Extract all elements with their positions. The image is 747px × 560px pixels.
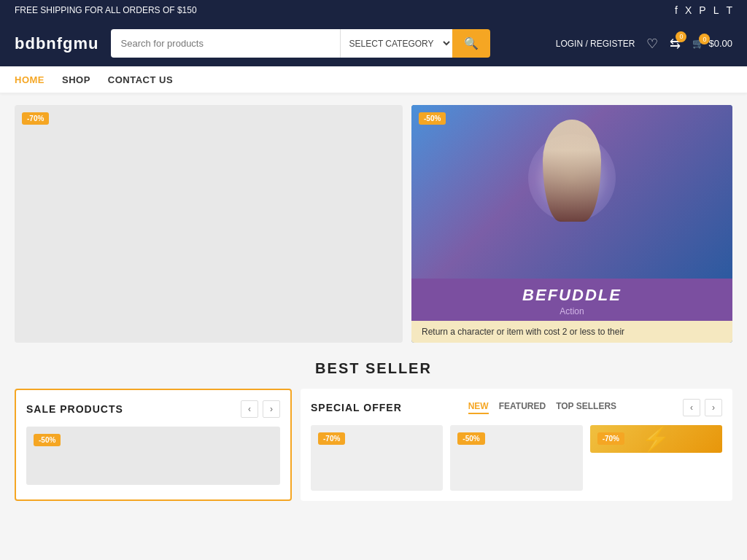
offer-product-3-badge: -70% [597, 432, 624, 445]
best-seller-title: BEST SELLER [15, 360, 732, 377]
cart-amount: $0.00 [708, 38, 732, 49]
offer-product-2[interactable]: -50% [450, 425, 582, 491]
offer-nav: ‹ › [683, 399, 722, 416]
nav-bar: HOME SHOP CONTACT US [0, 66, 747, 93]
pinterest-icon[interactable]: P [699, 4, 705, 16]
nav-item-contact[interactable]: CONTACT US [108, 74, 173, 85]
special-offer-panel: SPECIAL OFFER NEW FEATURED TOP SELLERS ‹… [301, 389, 732, 501]
offer-tab-top-sellers[interactable]: TOP SELLERS [556, 401, 616, 414]
offer-next-button[interactable]: › [705, 399, 722, 416]
search-input[interactable] [111, 29, 340, 58]
nav-menu: HOME SHOP CONTACT US [15, 74, 732, 85]
twitter-x-icon[interactable]: X [685, 4, 692, 16]
header-actions: LOGIN / REGISTER ♡ ⇆ 0 🛒 0 $0.00 [556, 36, 732, 52]
header: bdbnfgmu SELECT CATEGORY 🔍 LOGIN / REGIS… [0, 20, 747, 66]
befuddle-card: BEFUDDLE Action Return a character or it… [411, 105, 732, 343]
offer-tab-new[interactable]: NEW [468, 401, 489, 414]
search-button[interactable]: 🔍 [452, 29, 490, 58]
facebook-icon[interactable]: f [675, 4, 678, 16]
sale-products-title: SALE PRODUCTS [26, 403, 123, 415]
nav-item-shop[interactable]: SHOP [62, 74, 90, 85]
offer-tabs: NEW FEATURED TOP SELLERS [468, 401, 616, 414]
befuddle-title: BEFUDDLE [422, 286, 722, 305]
hero-right-discount-badge: -50% [419, 112, 446, 125]
special-offer-header: SPECIAL OFFER NEW FEATURED TOP SELLERS ‹… [311, 399, 722, 416]
linkedin-icon[interactable]: L [713, 4, 719, 16]
special-offer-title: SPECIAL OFFER [311, 402, 402, 413]
offer-product-2-badge: -50% [457, 432, 484, 445]
telegram-icon[interactable]: T [726, 4, 732, 16]
heart-icon: ♡ [646, 36, 658, 51]
announcement-bar: FREE SHIPPING FOR ALL ORDERS OF $150 f X… [0, 0, 747, 20]
sale-prev-button[interactable]: ‹ [241, 400, 258, 418]
nav-link-shop[interactable]: SHOP [62, 74, 90, 85]
search-icon: 🔍 [464, 37, 479, 50]
offer-product-3[interactable]: -70% [590, 425, 722, 453]
nav-link-contact[interactable]: CONTACT US [108, 74, 173, 85]
nav-link-home[interactable]: HOME [15, 74, 44, 85]
sale-product-badge: -50% [34, 434, 61, 446]
befuddle-description: Return a character or item with cost 2 o… [411, 321, 732, 343]
sale-product-image[interactable]: -50% [26, 427, 280, 485]
announcement-text: FREE SHIPPING FOR ALL ORDERS OF $150 [15, 5, 197, 15]
cart-icon: 🛒 0 [692, 38, 704, 49]
offer-product-1[interactable]: -70% [311, 425, 443, 491]
compare-badge: 0 [676, 31, 686, 42]
sale-products-header: SALE PRODUCTS ‹ › [26, 400, 280, 418]
befuddle-art [411, 105, 732, 279]
search-container: SELECT CATEGORY 🔍 [111, 29, 490, 58]
logo: bdbnfgmu [15, 34, 99, 53]
wishlist-button[interactable]: ♡ [646, 36, 658, 52]
offer-products-grid: -70% -50% -70% [311, 425, 722, 491]
hero-right-banner[interactable]: -50% BEFUDDLE Action Return a character … [411, 105, 732, 343]
main-content: -70% -50% BEFUDDLE Action Return a chara… [0, 93, 747, 513]
befuddle-figure [543, 120, 601, 222]
cart-button[interactable]: 🛒 0 $0.00 [692, 38, 732, 49]
nav-item-home[interactable]: HOME [15, 74, 44, 85]
befuddle-subtitle: Action [422, 306, 722, 316]
hero-left-discount-badge: -70% [22, 112, 49, 125]
category-select[interactable]: SELECT CATEGORY [340, 29, 452, 58]
sale-products-panel: SALE PRODUCTS ‹ › -50% [15, 389, 292, 501]
offer-prev-button[interactable]: ‹ [683, 399, 700, 416]
compare-button[interactable]: ⇆ 0 [670, 36, 681, 52]
hero-left-banner[interactable]: -70% [15, 105, 403, 343]
login-register-link[interactable]: LOGIN / REGISTER [556, 39, 635, 49]
offer-product-1-badge: -70% [318, 432, 345, 445]
befuddle-info: BEFUDDLE Action [411, 279, 732, 321]
sale-products-nav: ‹ › [241, 400, 280, 418]
sale-next-button[interactable]: › [263, 400, 280, 418]
offer-tab-featured[interactable]: FEATURED [499, 401, 546, 414]
hero-section: -70% -50% BEFUDDLE Action Return a chara… [15, 105, 732, 343]
social-icons-group: f X P L T [675, 4, 732, 16]
bottom-grid: SALE PRODUCTS ‹ › -50% SPECIAL OFFER NEW… [15, 389, 732, 501]
